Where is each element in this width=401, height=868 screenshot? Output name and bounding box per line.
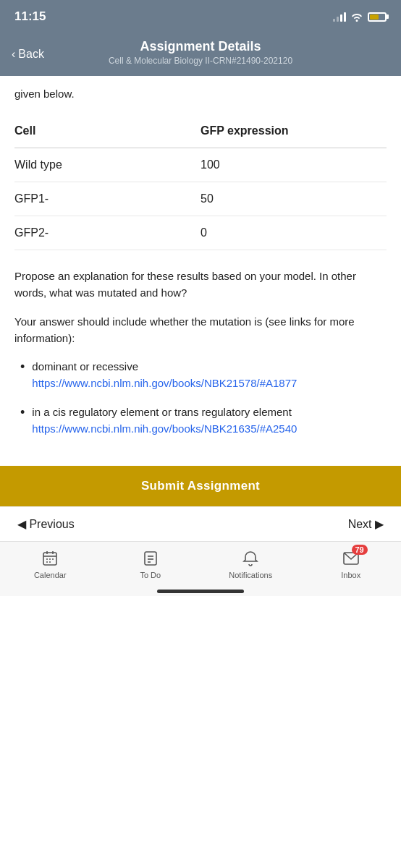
home-indicator-bar — [157, 590, 244, 593]
tab-notifications[interactable]: Notifications — [200, 549, 301, 579]
col-header-gfp: GFP expression — [200, 124, 387, 137]
previous-button[interactable]: ◀ Previous — [17, 517, 75, 531]
bullet-list: • dominant or recessive https://www.ncbi… — [14, 358, 387, 437]
todo-icon — [141, 549, 160, 568]
list-item: • in a cis regulatory element or trans r… — [20, 404, 387, 438]
battery-icon — [368, 12, 387, 22]
signal-icon — [333, 12, 346, 22]
back-arrow-icon: ‹ — [12, 48, 15, 61]
page-subtitle: Cell & Molecular Biology II-CRN#21490-20… — [109, 56, 292, 66]
row-3-gfp: 0 — [200, 226, 387, 239]
submit-assignment-button[interactable]: Submit Assignment — [14, 479, 387, 493]
table-row: GFP1- 50 — [14, 182, 387, 216]
paragraph-1: Propose an explanation for these results… — [14, 268, 387, 302]
wifi-icon — [350, 12, 363, 22]
inbox-icon-wrap: 79 — [342, 549, 360, 568]
col-header-cell: Cell — [14, 124, 200, 137]
navigation-bar: ◀ Previous Next ▶ — [0, 506, 401, 541]
intro-text: given below. — [14, 88, 387, 100]
bullet-link-2[interactable]: https://www.ncbi.nlm.nih.gov/books/NBK21… — [32, 420, 387, 437]
header: ‹ Back Assignment Details Cell & Molecul… — [0, 32, 401, 76]
table-header-row: Cell GFP expression — [14, 114, 387, 148]
next-button[interactable]: Next ▶ — [348, 517, 384, 531]
row-3-cell: GFP2- — [14, 226, 200, 239]
tab-calendar[interactable]: Calendar — [0, 549, 101, 579]
page-title: Assignment Details — [140, 39, 261, 54]
notifications-icon — [241, 549, 260, 568]
table-row: Wild type 100 — [14, 148, 387, 182]
tab-todo[interactable]: To Do — [101, 549, 201, 579]
bullet-dot-2: • — [20, 403, 25, 422]
todo-icon-wrap — [141, 549, 160, 568]
svg-rect-9 — [145, 552, 156, 565]
bullet-content-2: in a cis regulatory element or trans reg… — [32, 404, 387, 438]
inbox-badge: 79 — [352, 545, 368, 555]
row-2-gfp: 50 — [200, 192, 387, 205]
data-table: Cell GFP expression Wild type 100 GFP1- … — [14, 114, 387, 250]
table-row: GFP2- 0 — [14, 216, 387, 250]
list-item: • dominant or recessive https://www.ncbi… — [20, 358, 387, 392]
status-time: 11:15 — [14, 9, 46, 24]
calendar-icon-wrap — [41, 549, 59, 568]
back-button[interactable]: ‹ Back — [12, 48, 44, 61]
notifications-icon-wrap — [241, 549, 260, 568]
calendar-icon — [41, 549, 59, 568]
notifications-tab-label: Notifications — [229, 571, 272, 579]
status-icons — [333, 12, 387, 22]
todo-tab-label: To Do — [140, 571, 161, 579]
row-2-cell: GFP1- — [14, 192, 200, 205]
tab-inbox[interactable]: 79 Inbox — [301, 549, 402, 579]
row-1-cell: Wild type — [14, 158, 200, 171]
calendar-tab-label: Calendar — [34, 571, 67, 579]
inbox-tab-label: Inbox — [341, 571, 360, 579]
bullet-dot-1: • — [20, 357, 25, 377]
content-area: given below. Cell GFP expression Wild ty… — [0, 76, 401, 466]
bullet-text-1: dominant or recessive — [32, 360, 138, 373]
row-1-gfp: 100 — [200, 158, 387, 171]
home-indicator — [0, 584, 401, 596]
bullet-link-1[interactable]: https://www.ncbi.nlm.nih.gov/books/NBK21… — [32, 375, 387, 391]
bullet-content-1: dominant or recessive https://www.ncbi.n… — [32, 358, 387, 392]
bullet-text-2: in a cis regulatory element or trans reg… — [32, 406, 292, 418]
paragraph-2: Your answer should include whether the m… — [14, 313, 387, 347]
status-bar: 11:15 — [0, 0, 401, 32]
back-label: Back — [18, 48, 44, 61]
submit-section: Submit Assignment — [0, 466, 401, 506]
tab-bar: Calendar To Do No — [0, 541, 401, 584]
